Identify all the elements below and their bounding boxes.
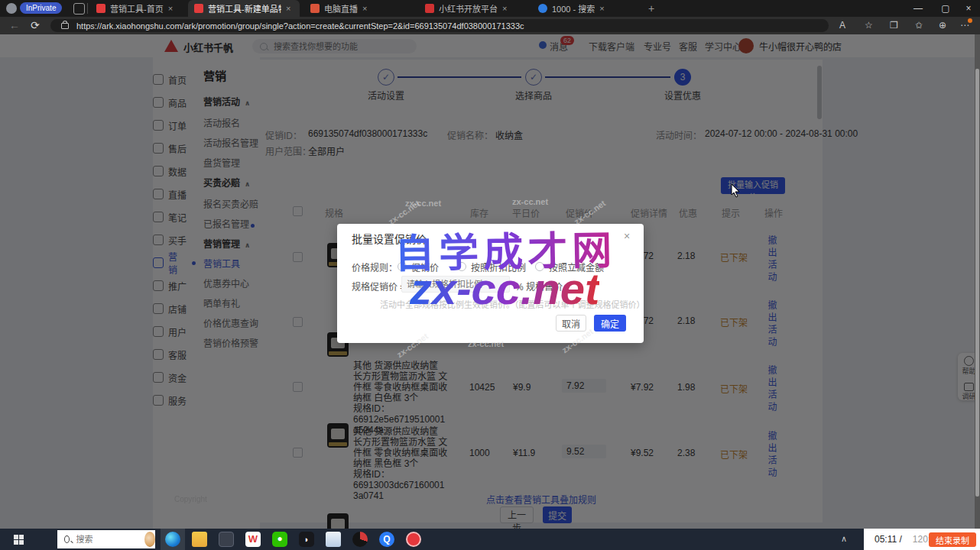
close-button[interactable]: × xyxy=(957,0,980,17)
search-favicon xyxy=(538,4,547,13)
qq-icon[interactable]: ◗ xyxy=(299,532,314,547)
windows-start-icon[interactable] xyxy=(14,535,24,545)
search-highlight-image[interactable] xyxy=(144,532,155,547)
collections-icon[interactable]: ✩ xyxy=(915,18,923,33)
minimize-button[interactable]: — xyxy=(907,0,930,17)
watermark-text: zx-cc.net xyxy=(468,339,504,348)
remote-desktop-icon[interactable] xyxy=(219,532,234,547)
edge-icon[interactable] xyxy=(165,532,180,547)
refresh-icon[interactable]: ⟳ xyxy=(31,18,40,33)
extensions-icon[interactable]: ⊕ xyxy=(939,18,946,33)
cancel-button[interactable]: 取消 xyxy=(556,315,586,332)
tab-close-icon[interactable]: × xyxy=(168,4,173,13)
tab-close-icon[interactable]: × xyxy=(599,4,604,13)
lock-icon xyxy=(61,23,69,29)
screen: InPrivate 营销工具-首页 × 营销工具-新建单品特价 × 电脑直播 ×… xyxy=(0,0,980,550)
confirm-button[interactable]: 确定 xyxy=(594,315,626,332)
taskbar-search-input[interactable] xyxy=(74,534,131,545)
formula-label: 规格促销价 = xyxy=(352,280,405,293)
url-input[interactable] xyxy=(75,21,812,31)
tab-open-platform[interactable]: 小红书开放平台 × xyxy=(419,0,527,17)
browser-scrollbar[interactable] xyxy=(975,34,980,529)
divider xyxy=(87,3,88,14)
media-app-icon[interactable] xyxy=(352,532,368,547)
wechat-icon[interactable]: ● xyxy=(272,532,287,547)
stop-recording-button[interactable]: 结束录制 xyxy=(929,532,976,547)
tab-close-icon[interactable]: × xyxy=(362,4,367,13)
taskbar-search[interactable] xyxy=(57,530,155,548)
mouse-cursor xyxy=(731,183,741,199)
price-rule-label: 价格规则： xyxy=(352,260,398,273)
file-explorer-icon[interactable] xyxy=(192,532,207,547)
watermark-text: zx-cc.net xyxy=(512,197,548,206)
quark-browser-icon[interactable]: Q xyxy=(379,532,394,547)
xiaohongshu-favicon xyxy=(96,4,105,13)
tray-chevron-up-icon[interactable]: ∧ xyxy=(841,534,847,544)
wps-icon[interactable]: W xyxy=(245,532,261,547)
tab-search-1000[interactable]: 1000 - 搜索 × xyxy=(532,0,634,17)
notification-dot xyxy=(968,18,972,23)
tab-close-icon[interactable]: × xyxy=(286,4,290,13)
profile-avatar[interactable] xyxy=(6,3,17,14)
tab-marketing-home[interactable]: 营销工具-首页 × xyxy=(90,0,187,17)
open-platform-favicon xyxy=(425,4,434,13)
address-bar[interactable] xyxy=(50,19,829,32)
split-screen-icon[interactable]: ❐ xyxy=(890,18,898,33)
recording-elapsed: 05:11 / xyxy=(875,534,902,545)
browser-scrollbar-thumb[interactable] xyxy=(975,69,979,497)
notes-app-icon[interactable] xyxy=(326,532,341,547)
tab-actions-icon[interactable] xyxy=(73,3,85,15)
watermark-text: zx-cc.net xyxy=(410,263,599,314)
back-icon[interactable]: ← xyxy=(9,18,20,33)
favorite-icon[interactable]: ☆ xyxy=(865,18,873,33)
modal-close-icon[interactable]: × xyxy=(624,230,630,242)
inprivate-badge: InPrivate xyxy=(20,2,62,14)
tab-marketing-new-special[interactable]: 营销工具-新建单品特价 × xyxy=(188,0,300,17)
tab-close-icon[interactable]: × xyxy=(502,4,507,13)
search-icon xyxy=(64,535,70,543)
xiaohongshu-favicon xyxy=(194,4,203,13)
maximize-button[interactable]: ▢ xyxy=(934,0,957,17)
screen-recorder-icon[interactable] xyxy=(406,532,421,547)
new-tab-button[interactable]: + xyxy=(648,2,654,15)
live-favicon xyxy=(310,4,320,13)
read-aloud-icon[interactable]: A xyxy=(839,18,845,33)
tab-pc-live[interactable]: 电脑直播 × xyxy=(304,0,414,17)
